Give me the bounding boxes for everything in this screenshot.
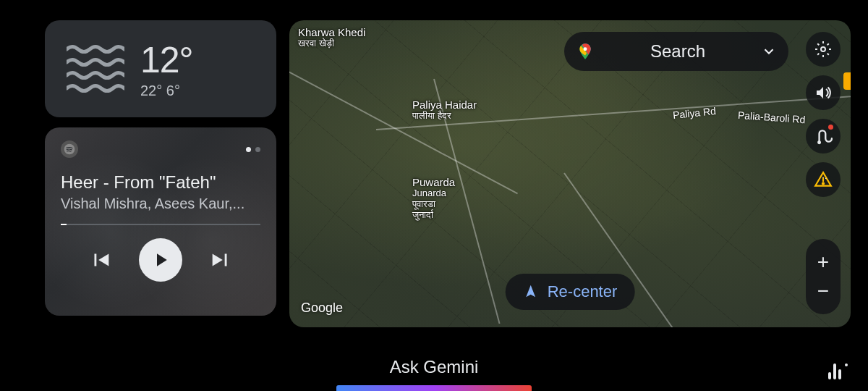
media-card[interactable]: Heer - From "Fateh" Vishal Mishra, Asees… xyxy=(45,127,276,316)
svg-point-4 xyxy=(822,182,824,184)
map-place-label: Paliya Haidarपालीया हैदर xyxy=(412,98,477,122)
zoom-control: + − xyxy=(806,239,841,314)
current-temperature: 12° xyxy=(140,39,193,81)
map-place-label: Puwarda Junarda पूवारडा जुनार्दा xyxy=(412,176,455,221)
fog-icon xyxy=(67,43,124,94)
svg-point-3 xyxy=(818,141,820,143)
map-road-label: Palia-Baroli Rd xyxy=(738,109,806,126)
google-watermark: Google xyxy=(301,300,343,316)
map-search-button[interactable]: Search xyxy=(564,32,788,71)
zoom-out-button[interactable]: − xyxy=(806,277,841,306)
page-indicator[interactable] xyxy=(246,147,260,152)
assistant-bar[interactable]: Ask Gemini xyxy=(0,343,868,391)
svg-point-2 xyxy=(821,47,825,51)
map-place-label: Kharwa Khediखरवा खेड़ी xyxy=(298,26,365,49)
navigation-arrow-icon xyxy=(523,284,539,300)
volume-icon xyxy=(814,84,832,101)
previous-track-button[interactable] xyxy=(88,248,113,272)
route-button[interactable] xyxy=(806,119,841,154)
next-track-button[interactable] xyxy=(208,248,233,272)
spotify-icon xyxy=(61,140,78,158)
play-button[interactable] xyxy=(139,238,182,282)
search-label: Search xyxy=(605,41,751,62)
gear-icon xyxy=(814,41,832,58)
progress-bar[interactable] xyxy=(61,224,260,225)
map-edge-indicator xyxy=(843,72,851,90)
voice-input-button[interactable] xyxy=(828,363,848,379)
recenter-button[interactable]: Re-center xyxy=(506,274,635,310)
svg-point-1 xyxy=(584,47,587,51)
map-view[interactable]: Kharwa Khediखरवा खेड़ी Paliya Haidarपाली… xyxy=(289,20,851,327)
assistant-prompt: Ask Gemini xyxy=(390,357,479,377)
zoom-in-button[interactable]: + xyxy=(806,248,841,277)
temperature-high-low: 22° 6° xyxy=(140,83,193,99)
track-title: Heer - From "Fateh" xyxy=(61,172,260,193)
chevron-down-icon xyxy=(761,43,777,59)
report-hazard-button[interactable] xyxy=(806,162,841,197)
warning-icon xyxy=(814,170,833,189)
assistant-glow xyxy=(336,385,532,391)
volume-button[interactable] xyxy=(806,75,841,110)
settings-button[interactable] xyxy=(806,32,841,67)
google-maps-pin-icon xyxy=(576,42,595,61)
weather-card[interactable]: 12° 22° 6° xyxy=(45,20,276,117)
track-artist: Vishal Mishra, Asees Kaur,... xyxy=(61,196,260,212)
